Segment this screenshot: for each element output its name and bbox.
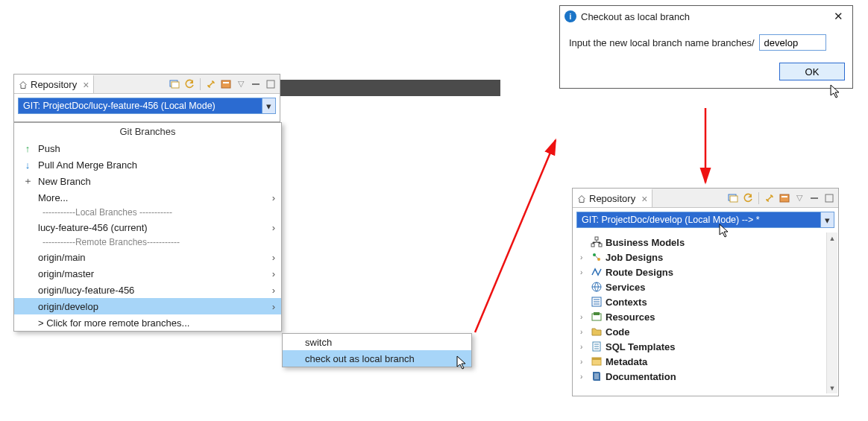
- home-icon: [19, 80, 28, 89]
- tree-node-business-models[interactable]: Business Models: [580, 235, 838, 250]
- chevron-right-icon: ›: [272, 192, 275, 203]
- close-icon[interactable]: ✕: [829, 8, 848, 25]
- tree-node-resources[interactable]: › Resources: [580, 309, 838, 324]
- chevron-down-icon[interactable]: ▾: [820, 212, 834, 227]
- menu-local-current[interactable]: lucy-feature-456 (current) ›: [14, 219, 281, 235]
- tree-node-documentation[interactable]: › Documentation: [580, 369, 838, 384]
- tab-label: Repository: [31, 79, 77, 90]
- repository-tab[interactable]: Repository ×: [573, 189, 652, 207]
- link-icon[interactable]: [205, 78, 217, 90]
- remote-branches-divider: -----------Remote Branches-----------: [14, 235, 281, 249]
- collapse-all-icon[interactable]: [169, 78, 180, 90]
- svg-rect-12: [595, 237, 598, 240]
- vertical-scrollbar[interactable]: ▲ ▼: [826, 232, 837, 393]
- maximize-icon[interactable]: [823, 192, 835, 204]
- local-branches-divider: -----------Local Branches -----------: [14, 206, 281, 219]
- sql-icon: [591, 341, 603, 352]
- tab-row: Repository × ▽: [573, 189, 838, 208]
- branch-name-input[interactable]: [759, 34, 826, 51]
- tree-node-code[interactable]: › Code: [580, 324, 838, 339]
- tree-node-contexts[interactable]: Contexts: [580, 294, 838, 309]
- close-icon[interactable]: ×: [641, 193, 647, 205]
- submenu-switch[interactable]: switch: [283, 334, 471, 350]
- checkout-dialog: i Checkout as local branch ✕ Input the n…: [559, 5, 853, 89]
- chevron-right-icon: ›: [272, 285, 275, 296]
- menu-pull-merge[interactable]: ↓ Pull And Merge Branch: [14, 156, 281, 173]
- menu-push[interactable]: ↑ Push: [14, 140, 281, 156]
- git-branches-menu: Git Branches ↑ Push ↓ Pull And Merge Bra…: [13, 122, 282, 332]
- dialog-prompt: Input the new local branch name branches…: [569, 37, 755, 48]
- collapse-all-icon[interactable]: [727, 192, 739, 204]
- tree-node-route-designs[interactable]: › Route Designs: [580, 265, 838, 279]
- svg-rect-2: [221, 80, 230, 88]
- editor-dark-bar: [280, 80, 500, 96]
- chevron-right-icon: ›: [580, 343, 588, 351]
- menu-click-more-remote[interactable]: > Click for more remote branches...: [14, 314, 281, 331]
- branch-submenu: switch check out as local branch: [282, 333, 472, 367]
- maximize-icon[interactable]: [265, 78, 277, 90]
- svg-rect-14: [599, 244, 602, 247]
- menu-remote-lucy[interactable]: origin/lucy-feature-456 ›: [14, 282, 281, 298]
- svg-rect-7: [730, 196, 738, 202]
- ok-button[interactable]: OK: [779, 63, 845, 80]
- minimize-icon[interactable]: [808, 192, 820, 204]
- submenu-checkout[interactable]: check out as local branch: [283, 350, 471, 367]
- refresh-icon[interactable]: [183, 78, 195, 90]
- branch-combo-text: GIT: ProjectDoc/develop (Local Mode) -->…: [577, 215, 820, 225]
- separator-icon: [758, 192, 759, 204]
- route-icon: [591, 266, 603, 278]
- left-repository-panel: Repository × ▽ GIT: ProjectDoc/lucy-feat…: [13, 74, 280, 122]
- dialog-titlebar: i Checkout as local branch ✕: [560, 6, 852, 27]
- svg-rect-9: [781, 196, 787, 197]
- chevron-right-icon: ›: [580, 253, 588, 262]
- filter-icon[interactable]: [779, 192, 790, 204]
- menu-header: Git Branches: [14, 123, 281, 140]
- dialog-title: Checkout as local branch: [581, 11, 690, 22]
- chevron-right-icon: ›: [272, 222, 275, 233]
- scroll-down-icon[interactable]: ▼: [827, 382, 837, 393]
- svg-rect-23: [592, 358, 601, 360]
- filter-icon[interactable]: [220, 78, 232, 90]
- right-repository-panel: Repository × ▽ GIT: ProjectDoc/develop (…: [572, 188, 839, 396]
- chevron-down-icon[interactable]: ▾: [262, 98, 275, 113]
- job-icon: [591, 251, 603, 263]
- menu-remote-main[interactable]: origin/main ›: [14, 249, 281, 265]
- branch-combo[interactable]: GIT: ProjectDoc/develop (Local Mode) -->…: [576, 212, 834, 228]
- link-icon[interactable]: [764, 192, 776, 204]
- separator-icon: [200, 78, 201, 90]
- tree-node-job-designs[interactable]: › Job Designs: [580, 250, 838, 265]
- chevron-right-icon: ›: [580, 268, 588, 276]
- chevron-right-icon: ›: [272, 252, 275, 263]
- svg-rect-13: [591, 244, 594, 247]
- menu-more[interactable]: More... ›: [14, 189, 281, 206]
- minimize-icon[interactable]: [250, 78, 262, 90]
- svg-rect-4: [252, 83, 260, 85]
- chevron-right-icon: ›: [580, 358, 588, 366]
- menu-remote-develop[interactable]: origin/develop ›: [14, 298, 281, 314]
- tree-node-services[interactable]: Services: [580, 279, 838, 294]
- close-icon[interactable]: ×: [83, 79, 89, 91]
- tree-node-metadata[interactable]: › Metadata: [580, 354, 838, 369]
- home-icon: [577, 194, 586, 203]
- branch-combo[interactable]: GIT: ProjectDoc/lucy-feature-456 (Local …: [18, 98, 276, 114]
- arrow-up-icon: ↑: [22, 143, 34, 154]
- tree-node-sql-templates[interactable]: › SQL Templates: [580, 339, 838, 354]
- svg-rect-3: [223, 82, 229, 83]
- svg-rect-8: [780, 194, 789, 202]
- refresh-icon[interactable]: [742, 192, 754, 204]
- metadata-icon: [591, 355, 603, 367]
- view-menu-icon[interactable]: ▽: [235, 78, 247, 90]
- svg-rect-20: [594, 312, 600, 315]
- view-menu-icon[interactable]: ▽: [793, 192, 805, 204]
- scroll-up-icon[interactable]: ▲: [827, 232, 837, 244]
- hierarchy-icon: [591, 236, 603, 248]
- cursor-icon: [456, 355, 468, 370]
- tab-row: Repository × ▽: [14, 75, 280, 94]
- menu-new-branch[interactable]: ＋ New Branch: [14, 173, 281, 189]
- repository-tab[interactable]: Repository ×: [14, 75, 94, 93]
- chevron-right-icon: ›: [272, 268, 275, 279]
- menu-remote-master[interactable]: origin/master ›: [14, 265, 281, 282]
- svg-rect-10: [811, 197, 818, 199]
- globe-icon: [591, 281, 603, 293]
- list-icon: [591, 296, 603, 308]
